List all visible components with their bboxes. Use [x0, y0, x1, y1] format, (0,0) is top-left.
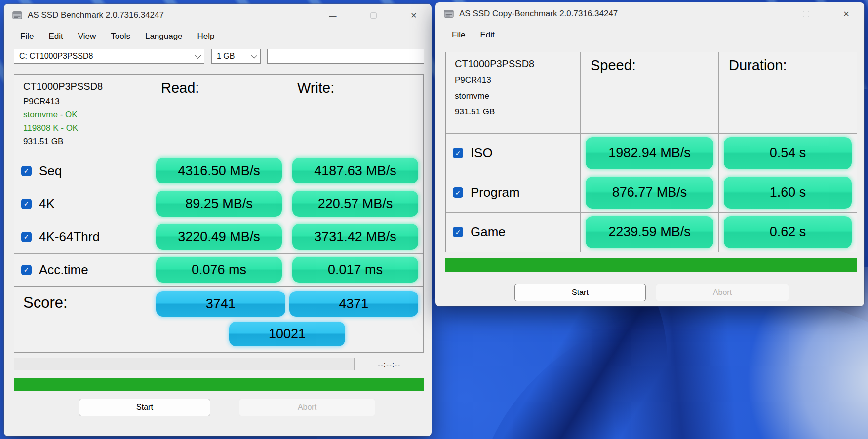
- menubar: File Edit View Tools Language Help: [4, 27, 432, 46]
- seq-checkbox[interactable]: ✓: [21, 166, 32, 176]
- row-label: 4K-64Thrd: [39, 229, 100, 245]
- menu-view[interactable]: View: [71, 29, 104, 44]
- menu-tools[interactable]: Tools: [103, 29, 138, 44]
- row-acc-time: ✓ Acc.time: [14, 253, 151, 286]
- duration-column-header: Duration:: [718, 52, 857, 133]
- row-game: ✓ Game: [446, 212, 580, 252]
- 4k-64thrd-write-cell: 3731.42 MB/s: [287, 220, 423, 253]
- drive-capacity: 931.51 GB: [455, 107, 580, 117]
- result-pill: 0.54 s: [724, 137, 852, 169]
- menu-edit[interactable]: Edit: [473, 27, 502, 43]
- menu-edit[interactable]: Edit: [41, 29, 70, 44]
- result-pill: 3220.49 MB/s: [156, 224, 282, 250]
- check-icon: ✓: [455, 228, 461, 236]
- menubar: File Edit: [435, 25, 864, 45]
- status-bar-green: [445, 258, 857, 272]
- close-button[interactable]: ✕: [836, 6, 856, 21]
- check-icon: ✓: [455, 189, 461, 197]
- copy-results-table: CT1000P3PSSD8 P9CR413 stornvme 931.51 GB…: [445, 52, 857, 252]
- result-pill: 0.017 ms: [292, 257, 418, 283]
- check-icon: ✓: [24, 167, 30, 175]
- score-area: 3741 4371 10021: [151, 286, 423, 352]
- game-checkbox[interactable]: ✓: [453, 227, 463, 237]
- program-checkbox[interactable]: ✓: [453, 187, 463, 198]
- result-pill: 2239.59 MB/s: [586, 216, 713, 248]
- menu-file[interactable]: File: [444, 27, 473, 43]
- result-pill: 1982.94 MB/s: [586, 137, 713, 169]
- drive-firmware: P9CR413: [455, 75, 580, 85]
- window-controls: — ✕: [323, 8, 424, 23]
- window-title: AS SSD Benchmark 2.0.7316.34247: [28, 10, 164, 20]
- acc-time-read-cell: 0.076 ms: [151, 253, 287, 286]
- start-button[interactable]: Start: [79, 399, 210, 416]
- 4k-write-cell: 220.57 MB/s: [287, 187, 423, 220]
- iso-duration-cell: 0.54 s: [718, 133, 857, 173]
- acc-time-write-cell: 0.017 ms: [287, 253, 423, 286]
- row-label: Seq: [39, 163, 62, 179]
- close-button[interactable]: ✕: [404, 8, 424, 23]
- seq-write-cell: 4187.63 MB/s: [287, 154, 423, 187]
- minimize-icon: —: [329, 11, 337, 20]
- benchmark-titlebar[interactable]: AS SSD Benchmark 2.0.7316.34247 — ✕: [4, 4, 432, 27]
- total-score-row: 10021: [156, 322, 418, 346]
- read-column-header: Read:: [151, 75, 287, 154]
- read-score-pill: 3741: [156, 291, 285, 317]
- result-pill: 876.77 MB/s: [586, 177, 713, 209]
- copy-titlebar[interactable]: AS SSD Copy-Benchmark 2.0.7316.34247 — ✕: [435, 2, 864, 25]
- result-pill: 4187.63 MB/s: [292, 158, 418, 183]
- chevron-down-icon: [251, 52, 257, 59]
- desktop-background: AS SSD Benchmark 2.0.7316.34247 — ✕ File…: [0, 0, 868, 439]
- row-label: Acc.time: [39, 262, 88, 278]
- result-pill: 4316.50 MB/s: [156, 158, 282, 183]
- row-label: ISO: [471, 146, 493, 161]
- iso-checkbox[interactable]: ✓: [453, 148, 463, 158]
- check-icon: ✓: [24, 233, 30, 241]
- minimize-button[interactable]: —: [755, 6, 775, 21]
- menu-file[interactable]: File: [13, 29, 41, 44]
- start-button[interactable]: Start: [514, 284, 646, 301]
- 4k-64thrd-read-cell: 3220.49 MB/s: [151, 220, 287, 253]
- disk-drive-icon: [12, 10, 23, 20]
- 4k-checkbox[interactable]: ✓: [21, 199, 32, 209]
- test-size-value: 1 GB: [217, 52, 251, 61]
- result-pill: 3731.42 MB/s: [292, 224, 418, 250]
- drive-select[interactable]: C: CT1000P3PSSD8: [14, 49, 204, 64]
- maximize-button[interactable]: [363, 8, 383, 23]
- game-duration-cell: 0.62 s: [718, 212, 857, 252]
- program-duration-cell: 1.60 s: [718, 173, 857, 212]
- benchmark-window: AS SSD Benchmark 2.0.7316.34247 — ✕ File…: [4, 4, 432, 436]
- drive-info-cell: CT1000P3PSSD8 P9CR413 stornvme 931.51 GB: [446, 52, 580, 133]
- test-size-select[interactable]: 1 GB: [211, 49, 261, 64]
- copy-benchmark-window: AS SSD Copy-Benchmark 2.0.7316.34247 — ✕…: [435, 2, 864, 306]
- result-pill: 1.60 s: [724, 177, 852, 209]
- disk-drive-icon: [443, 9, 454, 19]
- check-icon: ✓: [24, 266, 30, 274]
- maximize-icon: [370, 12, 377, 19]
- 4k-64thrd-checkbox[interactable]: ✓: [21, 232, 32, 242]
- row-label: Game: [471, 224, 506, 240]
- game-speed-cell: 2239.59 MB/s: [580, 212, 718, 252]
- maximize-icon: [803, 11, 809, 17]
- write-score-pill: 4371: [289, 291, 419, 317]
- menu-language[interactable]: Language: [138, 29, 190, 44]
- result-pill: 220.57 MB/s: [292, 191, 418, 217]
- minimize-icon: —: [762, 10, 769, 18]
- abort-button[interactable]: Abort: [239, 399, 375, 416]
- empty-text-field[interactable]: [267, 49, 424, 64]
- drive-select-value: C: CT1000P3PSSD8: [19, 52, 195, 61]
- menu-help[interactable]: Help: [190, 29, 222, 44]
- iso-speed-cell: 1982.94 MB/s: [580, 133, 718, 173]
- row-label: 4K: [39, 196, 55, 212]
- minimize-button[interactable]: —: [323, 8, 343, 23]
- drive-firmware: P9CR413: [23, 97, 151, 107]
- row-iso: ✓ ISO: [446, 133, 580, 173]
- driver-status: stornvme - OK: [23, 110, 151, 120]
- acc-time-checkbox[interactable]: ✓: [21, 265, 32, 275]
- drive-driver: stornvme: [455, 91, 580, 101]
- abort-button[interactable]: Abort: [656, 284, 789, 301]
- result-pill: 0.62 s: [724, 216, 852, 248]
- maximize-button[interactable]: [796, 6, 816, 21]
- drive-model: CT1000P3PSSD8: [23, 81, 151, 92]
- benchmark-results-table: CT1000P3PSSD8 P9CR413 stornvme - OK 1198…: [14, 74, 424, 353]
- seq-read-cell: 4316.50 MB/s: [151, 154, 287, 187]
